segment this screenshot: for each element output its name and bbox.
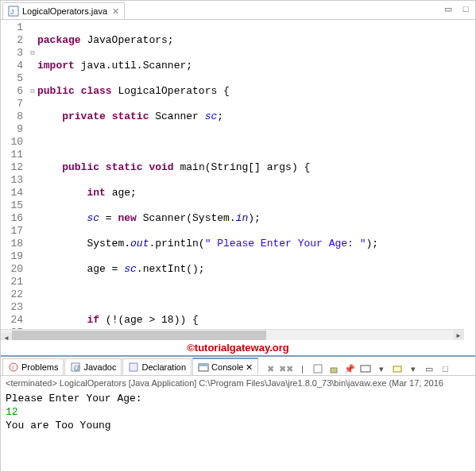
tab-console[interactable]: Console ✕: [192, 358, 258, 375]
svg-rect-12: [393, 366, 401, 372]
svg-rect-10: [331, 368, 337, 373]
tab-javadoc[interactable]: @ Javadoc: [64, 358, 122, 375]
pin-console-icon[interactable]: 📌: [343, 362, 356, 375]
scroll-right-icon[interactable]: ►: [453, 330, 464, 340]
horizontal-scrollbar[interactable]: ◄►: [1, 329, 464, 340]
minimize-icon[interactable]: ▭: [442, 2, 455, 15]
close-icon[interactable]: ✕: [112, 6, 119, 17]
editor-tab-bar: J LogicalOperators.java ✕ ▭ □: [1, 1, 475, 20]
declaration-icon: [128, 362, 139, 373]
svg-rect-11: [361, 366, 370, 372]
sep: |: [296, 362, 308, 375]
console-toolbar: ✖ ✖✖ | 📌 ▾ ▾ ▭ □: [264, 362, 451, 375]
console-line: Please Enter Your Age:: [6, 392, 470, 405]
svg-text:J: J: [10, 8, 14, 16]
open-console-icon[interactable]: [391, 362, 404, 375]
console-line: You are Too Young: [6, 419, 470, 432]
java-file-icon: J: [8, 6, 19, 17]
console-icon: [198, 362, 209, 373]
tab-problems-label: Problems: [21, 362, 58, 372]
svg-rect-9: [314, 365, 322, 373]
scroll-lock-icon[interactable]: [327, 362, 340, 375]
tab-console-label: Console: [211, 362, 243, 372]
editor-tab[interactable]: J LogicalOperators.java ✕: [2, 2, 125, 19]
problems-icon: !: [8, 362, 19, 373]
svg-rect-6: [130, 363, 137, 371]
close-icon[interactable]: ✕: [246, 362, 253, 373]
tab-problems[interactable]: ! Problems: [2, 358, 64, 375]
editor-tab-label: LogicalOperators.java: [22, 6, 107, 16]
clear-console-icon[interactable]: [312, 362, 324, 375]
dropdown-icon[interactable]: ▾: [407, 362, 420, 375]
watermark-text: ©tutorialgateway.org: [1, 340, 475, 355]
tab-javadoc-label: Javadoc: [83, 362, 116, 372]
svg-rect-8: [199, 364, 208, 366]
dropdown-icon[interactable]: ▾: [375, 362, 388, 375]
maximize-icon[interactable]: □: [459, 2, 472, 15]
display-console-icon[interactable]: [359, 362, 372, 375]
console-status: <terminated> LogicalOperators [Java Appl…: [1, 376, 475, 390]
maximize-icon[interactable]: □: [439, 362, 451, 375]
tab-declaration-label: Declaration: [141, 362, 186, 372]
javadoc-icon: @: [70, 362, 81, 373]
console-input-echo: 12: [6, 405, 470, 419]
line-gutter: 1234567891011121314151617181920212223242…: [1, 20, 28, 340]
folding-bar: ⊟⊟: [28, 20, 37, 340]
code-content[interactable]: package JavaOperators; import java.util.…: [37, 20, 475, 340]
svg-text:@: @: [73, 364, 80, 372]
remove-launch-icon[interactable]: ✖: [264, 362, 277, 375]
code-editor[interactable]: 1234567891011121314151617181920212223242…: [1, 20, 475, 340]
bottom-tab-bar: ! Problems @ Javadoc Declaration Console…: [1, 357, 475, 376]
console-output[interactable]: Please Enter Your Age: 12 You are Too Yo…: [1, 390, 475, 434]
scroll-left-icon[interactable]: ◄: [1, 333, 12, 341]
bottom-panel: ! Problems @ Javadoc Declaration Console…: [1, 355, 475, 434]
svg-text:!: !: [12, 364, 14, 371]
remove-all-icon[interactable]: ✖✖: [280, 362, 292, 375]
minimize-icon[interactable]: ▭: [423, 362, 435, 375]
tab-declaration[interactable]: Declaration: [122, 358, 192, 375]
